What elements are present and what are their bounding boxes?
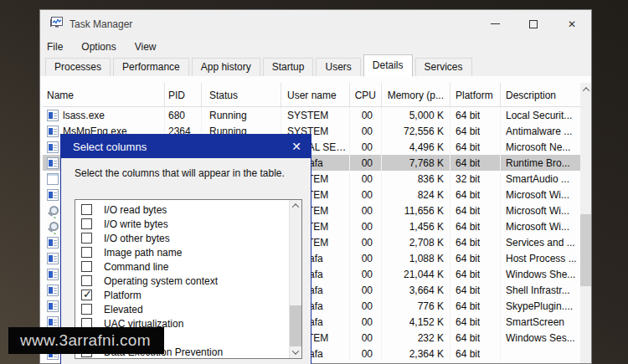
watermark: www.3arrafni.com bbox=[8, 327, 164, 354]
cell-text-desc: Host Process ... bbox=[506, 253, 577, 264]
cell-text-mem: 824 K bbox=[418, 189, 444, 201]
maximize-button[interactable] bbox=[514, 10, 553, 38]
scroll-up-button[interactable] bbox=[580, 83, 591, 95]
column-header-cpu[interactable]: CPU bbox=[350, 83, 382, 106]
cell-plat: 64 bit bbox=[450, 123, 501, 139]
cell-plat: 64 bit bbox=[450, 330, 501, 346]
column-option-elevated[interactable]: Elevated bbox=[75, 302, 301, 316]
cell-text-mem: 4,152 K bbox=[409, 316, 444, 328]
tab-users[interactable]: Users bbox=[316, 58, 360, 77]
cell-text-mem: 72,556 K bbox=[404, 126, 444, 137]
column-header-user[interactable]: User name bbox=[281, 83, 350, 106]
menu-item-view[interactable]: View bbox=[135, 39, 164, 54]
column-option-image-path-name[interactable]: Image path name bbox=[75, 245, 301, 259]
column-header-pid[interactable]: PID bbox=[165, 83, 202, 106]
desktop-background: Task Manager ✕ FileOptionsView Processes… bbox=[0, 0, 628, 364]
cell-plat: 64 bit bbox=[450, 282, 501, 298]
cell-plat: 64 bit bbox=[450, 203, 501, 218]
column-option-label: Image path name bbox=[104, 247, 182, 259]
cell-text-mem: 1,456 K bbox=[409, 221, 444, 233]
column-header-desc[interactable]: Description bbox=[501, 83, 582, 106]
menu-item-file[interactable]: File bbox=[47, 39, 70, 54]
chevron-up-icon bbox=[582, 87, 589, 94]
listbox-scroll-up-button[interactable] bbox=[290, 200, 301, 212]
column-header-mem[interactable]: Memory (p... bbox=[382, 83, 450, 106]
column-header-status[interactable]: Status bbox=[202, 83, 281, 106]
cell-mem: 7,768 K bbox=[382, 155, 450, 171]
cell-desc: Microsoft Ne... bbox=[501, 139, 582, 155]
tab-startup[interactable]: Startup bbox=[263, 58, 314, 77]
checkbox[interactable] bbox=[81, 233, 92, 244]
checkbox-checked[interactable] bbox=[81, 290, 92, 300]
cell-plat: 64 bit bbox=[450, 314, 501, 330]
cell-text-cpu: 00 bbox=[362, 189, 373, 201]
cell-text-mem: 232 K bbox=[418, 332, 444, 344]
cell-plat: 64 bit bbox=[450, 139, 501, 155]
column-option-i-o-read-bytes[interactable]: I/O read bytes bbox=[75, 203, 301, 217]
search-icon bbox=[47, 205, 59, 217]
column-option-label: Operating system context bbox=[104, 275, 218, 287]
dialog-close-button[interactable]: ✕ bbox=[291, 141, 301, 152]
column-option-platform[interactable]: Platform bbox=[75, 288, 301, 302]
cell-mem: 1,456 K bbox=[382, 218, 450, 234]
tab-bar: ProcessesPerformanceApp historyStartupUs… bbox=[40, 54, 591, 77]
checkbox[interactable] bbox=[81, 304, 92, 315]
cell-text-desc: Microsoft Wi... bbox=[506, 189, 569, 201]
tab-app-history[interactable]: App history bbox=[192, 58, 260, 77]
cell-text-pid: 680 bbox=[168, 110, 185, 121]
cell-cpu: 00 bbox=[350, 203, 382, 218]
cell-text-plat: 64 bit bbox=[456, 348, 480, 360]
column-option-command-line[interactable]: Command line bbox=[75, 259, 301, 274]
cell-text-plat: 64 bit bbox=[456, 300, 480, 312]
column-header-plat[interactable]: Platform bbox=[450, 83, 501, 106]
checkbox[interactable] bbox=[81, 247, 92, 258]
chevron-up-icon bbox=[292, 203, 299, 210]
checkbox[interactable] bbox=[81, 218, 92, 229]
tab-services[interactable]: Services bbox=[415, 58, 472, 77]
listbox-scrollbar-thumb[interactable] bbox=[290, 305, 301, 346]
vertical-scrollbar[interactable] bbox=[580, 83, 591, 363]
cell-desc: Windows She... bbox=[501, 266, 582, 282]
cell-cpu: 00 bbox=[350, 346, 382, 361]
cell-user: SYSTEM bbox=[281, 107, 350, 123]
scrollbar-thumb[interactable] bbox=[580, 214, 591, 286]
application-icon bbox=[47, 189, 59, 201]
cell-text-plat: 64 bit bbox=[456, 269, 480, 280]
listbox-scroll-down-button[interactable] bbox=[290, 346, 301, 358]
cell-text-mem: 836 K bbox=[418, 173, 444, 185]
tab-performance[interactable]: Performance bbox=[113, 58, 189, 77]
cell-text-plat: 64 bit bbox=[456, 285, 480, 296]
tab-processes[interactable]: Processes bbox=[45, 58, 111, 77]
cell-text-cpu: 00 bbox=[362, 221, 373, 233]
tab-details[interactable]: Details bbox=[363, 54, 413, 77]
dialog-title-bar[interactable]: Select columns ✕ bbox=[61, 135, 311, 158]
table-row[interactable]: lsass.exe680RunningSYSTEM005,000 K64 bit… bbox=[43, 107, 582, 123]
title-bar[interactable]: Task Manager ✕ bbox=[40, 10, 591, 38]
column-option-i-o-write-bytes[interactable]: I/O write bytes bbox=[75, 217, 301, 231]
menu-bar: FileOptionsView bbox=[40, 38, 591, 56]
cell-cpu: 00 bbox=[350, 171, 382, 187]
checkbox[interactable] bbox=[81, 261, 92, 272]
column-option-label: Elevated bbox=[104, 304, 143, 315]
cell-text-plat: 64 bit bbox=[456, 332, 480, 344]
cell-plat: 64 bit bbox=[450, 155, 501, 171]
cell-plat: 64 bit bbox=[450, 234, 501, 250]
search-icon bbox=[47, 221, 59, 233]
checkbox[interactable] bbox=[81, 204, 92, 215]
column-option-operating-system-context[interactable]: Operating system context bbox=[75, 274, 301, 288]
checkbox[interactable] bbox=[81, 275, 92, 286]
listbox-scrollbar[interactable] bbox=[289, 200, 301, 358]
cell-mem: 72,556 K bbox=[382, 123, 450, 139]
application-icon bbox=[47, 253, 59, 264]
cell-text-cpu: 00 bbox=[362, 237, 373, 249]
column-header-name[interactable]: Name bbox=[43, 83, 165, 106]
menu-item-options[interactable]: Options bbox=[81, 39, 123, 54]
cell-text-plat: 64 bit bbox=[456, 189, 480, 201]
cell-name: lsass.exe bbox=[43, 107, 165, 123]
cell-text-cpu: 00 bbox=[362, 253, 373, 264]
cell-text-plat: 64 bit bbox=[456, 205, 480, 217]
cell-text-mem: 21,044 K bbox=[404, 269, 444, 280]
close-button[interactable]: ✕ bbox=[553, 10, 591, 38]
column-option-i-o-other-bytes[interactable]: I/O other bytes bbox=[75, 231, 301, 245]
minimize-button[interactable] bbox=[476, 10, 514, 38]
